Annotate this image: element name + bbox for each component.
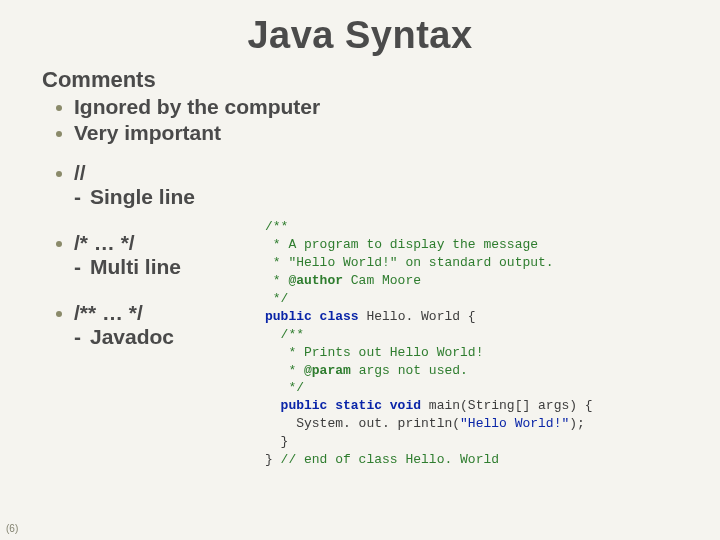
syntax-head: // xyxy=(74,161,720,185)
code-line: Cam Moore xyxy=(343,273,421,288)
code-string: "Hello World!" xyxy=(460,416,569,431)
syntax-item-single-line: // Single line xyxy=(56,161,720,209)
code-line: * A program to display the message xyxy=(265,237,538,252)
code-text: (String[] args) { xyxy=(460,398,593,413)
code-line: /** xyxy=(265,219,288,234)
code-text: System. out. println( xyxy=(265,416,460,431)
code-text: Hello. World xyxy=(366,309,460,324)
code-keyword: public class xyxy=(265,309,366,324)
code-text: } xyxy=(265,452,281,467)
section-heading: Comments xyxy=(42,67,720,93)
code-keyword: public static void xyxy=(265,398,429,413)
code-line: /** xyxy=(265,327,304,342)
page-number: (6) xyxy=(6,523,18,534)
code-text: { xyxy=(460,309,476,324)
bullet-item: Ignored by the computer xyxy=(56,95,720,119)
code-line: * "Hello World!" on standard output. xyxy=(265,255,554,270)
code-text: main xyxy=(429,398,460,413)
code-line: args not used. xyxy=(351,363,468,378)
code-comment: // end of class Hello. World xyxy=(281,452,499,467)
bullet-item: Very important xyxy=(56,121,720,145)
javadoc-tag: @author xyxy=(288,273,343,288)
code-text: ); xyxy=(569,416,585,431)
slide: Java Syntax Comments Ignored by the comp… xyxy=(0,0,720,540)
javadoc-tag: @param xyxy=(304,363,351,378)
slide-title: Java Syntax xyxy=(0,0,720,57)
code-example: /** * A program to display the message *… xyxy=(265,218,593,469)
syntax-sub: Single line xyxy=(74,185,720,209)
intro-bullets: Ignored by the computer Very important xyxy=(56,95,720,145)
code-line: */ xyxy=(265,380,304,395)
code-text: } xyxy=(265,434,288,449)
code-line: * Prints out Hello World! xyxy=(265,345,483,360)
code-line: * xyxy=(265,273,288,288)
code-line: */ xyxy=(265,291,288,306)
code-line: * xyxy=(265,363,304,378)
